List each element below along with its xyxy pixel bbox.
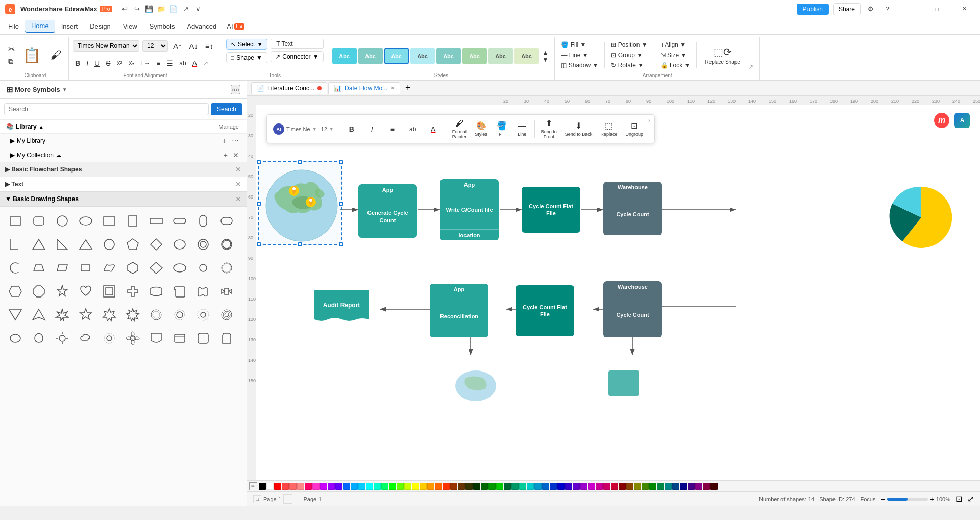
color-swatch[interactable] [335, 483, 342, 490]
color-swatch[interactable] [672, 483, 679, 490]
ft-ungroup-button[interactable]: ⊡ Ungroup [622, 119, 646, 138]
ft-replace-button[interactable]: ⬚ Replace [597, 119, 620, 138]
ft-fill-button[interactable]: 🪣 Fill [493, 119, 511, 138]
shape-misc2[interactable] [168, 327, 191, 350]
color-swatch[interactable] [619, 483, 626, 490]
canvas-scroll[interactable]: 20 30 40 50 60 70 80 90 100 110 120 130 … [247, 105, 980, 480]
color-swatch[interactable] [443, 483, 450, 490]
color-swatch[interactable] [695, 483, 702, 490]
shape-arrow-tri[interactable] [28, 304, 50, 326]
share-icon-button[interactable]: ↗ [180, 3, 192, 15]
fill-button[interactable]: 🪣 Fill ▼ [559, 40, 600, 49]
shape-banner[interactable] [145, 280, 167, 303]
font-color-button[interactable]: A [190, 58, 199, 68]
color-swatch[interactable] [328, 483, 335, 490]
menu-design[interactable]: Design [84, 20, 116, 32]
tab-literature[interactable]: 📄 Literature Conc... [251, 82, 327, 94]
shape-tall-rect[interactable] [121, 210, 144, 232]
shape-gear2[interactable] [192, 304, 214, 326]
color-swatch[interactable] [511, 483, 519, 490]
shape-thin-ring2[interactable] [215, 257, 238, 279]
shape-blob2[interactable] [28, 327, 50, 350]
library-title[interactable]: 📚 Library ▲ [6, 123, 44, 130]
ft-bold-button[interactable]: B [342, 123, 361, 135]
color-swatch[interactable] [358, 483, 365, 490]
shape-misc3[interactable] [192, 327, 214, 350]
handle-tr[interactable] [339, 160, 343, 164]
color-swatch[interactable] [519, 483, 526, 490]
ft-styles-button[interactable]: 🎨 Styles [472, 119, 491, 138]
color-swatch[interactable] [412, 483, 419, 490]
zoom-in-button[interactable]: + [930, 495, 934, 503]
ft-more-button[interactable]: › [648, 117, 650, 124]
shape-right-triangle[interactable] [51, 233, 74, 256]
color-swatch[interactable] [266, 483, 274, 490]
close-button[interactable]: ✕ [952, 0, 976, 18]
ft-text-a-button[interactable]: A [424, 123, 443, 135]
tab-close-button[interactable]: ✕ [390, 85, 395, 91]
shape-small-circle[interactable] [192, 257, 214, 279]
shape-crescent[interactable] [4, 257, 27, 279]
color-swatch[interactable] [496, 483, 503, 490]
ft-align-button[interactable]: ≡ [383, 123, 402, 135]
color-swatch[interactable] [458, 483, 465, 490]
node-cycle-count-flat-file-1[interactable]: Cycle Count Flat File [522, 187, 580, 233]
color-swatch[interactable] [465, 483, 473, 490]
color-swatch[interactable] [473, 483, 480, 490]
shape-thin-ring[interactable] [215, 233, 238, 256]
globe-element[interactable] [262, 166, 341, 245]
tab-dataflow[interactable]: 📊 Date Flow Mo... ✕ [328, 82, 400, 94]
shape-scroll[interactable] [168, 280, 191, 303]
shape-oval[interactable] [75, 210, 97, 232]
shape-trapezoid[interactable] [28, 257, 50, 279]
shape-gear[interactable] [168, 304, 191, 326]
shape-burst4[interactable] [51, 304, 74, 326]
add-tab-button[interactable]: + [401, 82, 415, 94]
color-swatch[interactable] [305, 483, 312, 490]
shape-flower[interactable] [121, 327, 144, 350]
help-button[interactable]: ? [881, 3, 893, 15]
align-button[interactable]: ≡↕ [203, 41, 215, 52]
shape-parallelogram[interactable] [51, 257, 74, 279]
basic-drawing-close[interactable]: ✕ [235, 195, 241, 203]
menu-home[interactable]: Home [25, 20, 55, 33]
paste-button[interactable]: 📋 [19, 46, 45, 65]
color-swatch[interactable] [397, 483, 404, 490]
shape-wide-rect[interactable] [145, 210, 167, 232]
menu-ai[interactable]: AI hot [227, 22, 244, 30]
basic-drawing-shapes-title[interactable]: ▼ Basic Drawing Shapes [5, 195, 79, 203]
replace-shape-button[interactable]: ⬚⟳ Replace Shape [701, 44, 744, 67]
superscript-button[interactable]: X² [114, 59, 124, 67]
page-icon[interactable]: □ [253, 495, 261, 503]
style-swatch-1[interactable]: Abc [358, 48, 383, 64]
style-swatch-0[interactable]: Abc [332, 48, 357, 64]
increase-font-button[interactable]: A↑ [171, 41, 184, 52]
save-button[interactable]: 💾 [143, 3, 155, 15]
color-swatch[interactable] [550, 483, 557, 490]
color-swatch[interactable] [527, 483, 534, 490]
line-button[interactable]: — Line ▼ [559, 51, 600, 60]
section-basic-flowchart[interactable]: ▶ Basic Flowchart Shapes ✕ [0, 162, 247, 177]
shape-right-trapezoid[interactable] [75, 257, 97, 279]
shape-triangle2[interactable] [4, 304, 27, 326]
node-audit-report[interactable]: Audit Report [312, 288, 371, 326]
copy-button[interactable]: ⧉ [6, 56, 17, 67]
shape-rounded-rect[interactable] [28, 210, 50, 232]
color-swatch[interactable] [450, 483, 457, 490]
position-button[interactable]: ⊞ Position ▼ [609, 40, 649, 49]
shape-starburst[interactable] [145, 304, 167, 326]
shape-hexagon2[interactable] [4, 280, 27, 303]
strikethrough-button[interactable]: S [104, 58, 112, 68]
shape-star8[interactable] [121, 304, 144, 326]
color-swatch[interactable] [603, 483, 610, 490]
text-tool-button[interactable]: T Text [271, 39, 323, 49]
italic-button[interactable]: I [84, 58, 90, 68]
style-swatch-7[interactable]: Abc [514, 48, 539, 64]
shape-diamond[interactable] [145, 233, 167, 256]
ft-ab-button[interactable]: ab [404, 124, 422, 134]
shape-iso-triangle[interactable] [75, 233, 97, 256]
shape-ring[interactable] [192, 233, 214, 256]
shape-heart[interactable] [75, 280, 97, 303]
cut-button[interactable]: ✂ [6, 43, 17, 55]
section-text[interactable]: ▶ Text ✕ [0, 177, 247, 192]
